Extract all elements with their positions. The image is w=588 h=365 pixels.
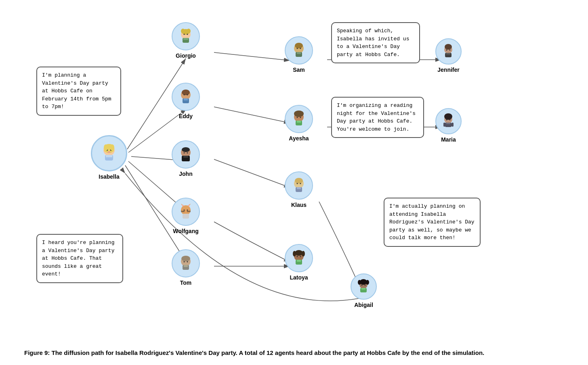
svg-rect-79 (297, 187, 301, 189)
svg-point-50 (187, 210, 188, 211)
diagram-area: Isabella Giorgio (0, 0, 588, 335)
node-jennifer: Jennifer (435, 38, 462, 73)
svg-point-64 (297, 48, 298, 49)
svg-point-89 (445, 44, 452, 50)
svg-point-34 (184, 94, 185, 96)
avatar-wolfgang (172, 198, 200, 226)
avatar-klaus (285, 171, 313, 200)
svg-rect-100 (443, 123, 445, 127)
svg-point-70 (297, 117, 298, 118)
bubble-tom-text: I heard you're planning a Valentine's Da… (42, 240, 114, 277)
svg-point-97 (449, 119, 451, 121)
svg-point-63 (295, 43, 303, 48)
svg-point-104 (358, 280, 361, 285)
svg-point-76 (297, 183, 298, 184)
caption-text: Figure 9: The diffusion path for Isabell… (24, 349, 484, 356)
svg-point-39 (182, 147, 190, 152)
label-latoya: Latoya (290, 274, 308, 281)
svg-point-83 (302, 251, 305, 257)
svg-point-106 (361, 285, 363, 286)
node-isabella: Isabella (91, 135, 127, 180)
svg-point-77 (300, 183, 301, 184)
node-giorgio: Giorgio (172, 22, 200, 59)
svg-point-105 (366, 280, 369, 285)
avatar-tom (172, 249, 200, 277)
svg-point-69 (294, 111, 304, 117)
svg-point-59 (187, 261, 188, 263)
svg-rect-99 (446, 123, 450, 124)
avatar-abigail (351, 273, 377, 300)
svg-rect-87 (297, 260, 301, 262)
svg-line-7 (214, 52, 290, 60)
svg-rect-55 (183, 214, 189, 219)
svg-point-71 (300, 117, 301, 118)
avatar-jennifer (435, 38, 462, 65)
avatar-eddy (172, 83, 200, 111)
svg-point-65 (300, 48, 301, 49)
node-sam: Sam (285, 36, 313, 73)
node-klaus: Klaus (285, 171, 313, 208)
bubble-sam-text: Speaking of which, Isabella has invited … (337, 28, 409, 58)
svg-point-91 (449, 50, 451, 51)
svg-point-44 (181, 205, 191, 215)
svg-rect-20 (106, 155, 112, 157)
svg-point-23 (105, 144, 113, 148)
label-wolfgang: Wolfgang (173, 228, 199, 234)
svg-point-90 (446, 50, 447, 51)
node-wolfgang: Wolfgang (172, 198, 200, 234)
svg-rect-31 (183, 38, 188, 40)
avatar-sam (285, 36, 313, 65)
svg-point-26 (181, 29, 185, 33)
node-maria: Maria (435, 108, 462, 143)
svg-line-9 (214, 159, 290, 188)
label-sam: Sam (293, 67, 305, 73)
label-isabella: Isabella (99, 173, 119, 180)
svg-rect-61 (184, 265, 188, 267)
node-eddy: Eddy (172, 83, 200, 119)
label-maria: Maria (441, 136, 456, 143)
svg-point-41 (187, 152, 188, 154)
svg-point-28 (184, 34, 185, 35)
node-abigail: Abigail (351, 273, 377, 308)
figure-caption: Figure 9: The diffusion path for Isabell… (24, 348, 564, 358)
svg-point-18 (107, 151, 111, 153)
svg-point-85 (300, 256, 301, 257)
svg-rect-43 (183, 156, 188, 158)
svg-point-35 (187, 94, 188, 96)
bubble-abigail-text: I'm actually planning on attending Isabe… (389, 203, 475, 241)
node-ayesha: Ayesha (285, 105, 313, 142)
svg-rect-93 (446, 53, 450, 54)
label-tom: Tom (180, 279, 192, 286)
svg-point-81 (295, 250, 303, 256)
svg-point-107 (365, 285, 366, 286)
bubble-isabella: I'm planning a Valentine's Day party at … (36, 67, 121, 116)
svg-point-33 (182, 90, 190, 95)
svg-rect-109 (361, 288, 365, 290)
svg-rect-73 (297, 121, 301, 123)
bubble-abigail: I'm actually planning on attending Isabe… (384, 198, 481, 247)
svg-point-57 (181, 256, 190, 261)
svg-point-49 (184, 210, 185, 211)
bubble-sam: Speaking of which, Isabella has invited … (331, 22, 420, 63)
svg-point-40 (184, 152, 185, 154)
avatar-john (172, 140, 200, 169)
bubble-isabella-text: I'm planning a Valentine's Day party at … (42, 72, 111, 110)
label-ayesha: Ayesha (289, 135, 309, 142)
svg-rect-37 (184, 98, 188, 100)
avatar-isabella (91, 135, 127, 171)
bubble-ayesha-text: I'm organizing a reading night for the V… (337, 102, 416, 132)
svg-point-96 (446, 119, 447, 121)
bubble-ayesha: I'm organizing a reading night for the V… (331, 97, 424, 138)
node-tom: Tom (172, 249, 200, 286)
svg-point-29 (187, 34, 188, 35)
label-klaus: Klaus (291, 202, 307, 208)
avatar-maria (435, 108, 462, 134)
svg-rect-101 (452, 123, 454, 127)
svg-rect-67 (297, 52, 301, 54)
avatar-latoya (285, 244, 313, 272)
label-giorgio: Giorgio (176, 52, 196, 59)
node-latoya: Latoya (285, 244, 313, 281)
svg-point-95 (444, 113, 452, 120)
node-john: John (172, 140, 200, 177)
svg-point-27 (187, 29, 191, 33)
